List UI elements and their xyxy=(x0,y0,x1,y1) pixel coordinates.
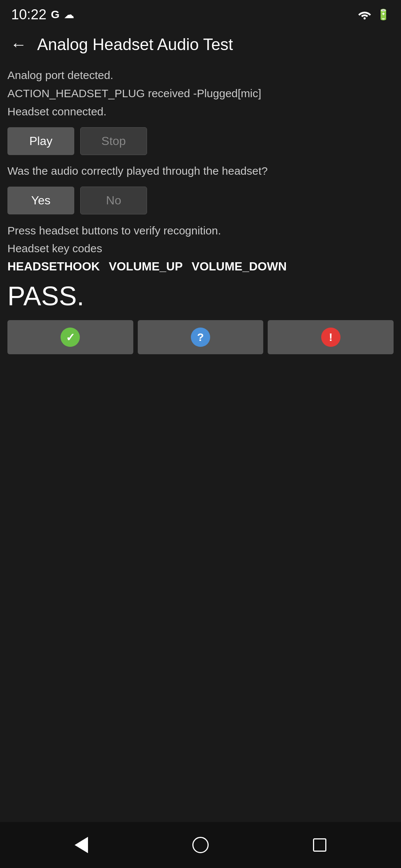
headset-info-line1: Press headset buttons to verify recognit… xyxy=(7,222,394,240)
wifi-icon xyxy=(358,9,372,20)
nav-back-icon xyxy=(75,837,88,853)
key-code-headsethook: HEADSETHOOK xyxy=(7,260,100,273)
no-button[interactable]: No xyxy=(80,187,147,214)
log-line-2: ACTION_HEADSET_PLUG received -Plugged[mi… xyxy=(7,85,394,102)
yes-button[interactable]: Yes xyxy=(7,187,74,214)
nav-home-button[interactable] xyxy=(189,833,212,857)
back-button[interactable]: ← xyxy=(7,33,30,56)
fail-icon: ! xyxy=(321,328,340,347)
status-left: 10:22 G ☁ xyxy=(11,7,74,23)
status-time: 10:22 xyxy=(11,7,46,23)
pass-result-button[interactable]: ✓ xyxy=(7,320,133,354)
key-codes-row: HEADSETHOOK VOLUME_UP VOLUME_DOWN xyxy=(7,260,394,273)
back-arrow-icon: ← xyxy=(10,36,27,53)
result-buttons: ✓ ? ! xyxy=(7,320,394,354)
nav-recent-button[interactable] xyxy=(309,835,330,855)
log-line-3: Headset connected. xyxy=(7,103,394,120)
pass-text: PASS. xyxy=(7,281,394,311)
play-stop-row: Play Stop xyxy=(7,127,394,155)
battery-icon: 🔋 xyxy=(377,9,390,21)
status-bar: 10:22 G ☁ 🔋 xyxy=(0,0,401,26)
content: Analog port detected. ACTION_HEADSET_PLU… xyxy=(0,63,401,822)
nav-bar xyxy=(0,822,401,868)
pass-icon: ✓ xyxy=(61,328,80,347)
unknown-icon: ? xyxy=(191,328,210,347)
cloud-icon: ☁ xyxy=(64,9,74,21)
nav-recent-icon xyxy=(313,838,326,852)
unknown-result-button[interactable]: ? xyxy=(138,320,264,354)
fail-result-button[interactable]: ! xyxy=(268,320,394,354)
nav-home-icon xyxy=(192,837,209,853)
audio-question: Was the audio correctly played through t… xyxy=(7,162,394,179)
play-button[interactable]: Play xyxy=(7,127,74,155)
page-title: Analog Headset Audio Test xyxy=(37,35,233,54)
stop-button[interactable]: Stop xyxy=(80,127,147,155)
key-code-volume-up: VOLUME_UP xyxy=(109,260,183,273)
google-icon: G xyxy=(51,8,59,21)
yes-no-row: Yes No xyxy=(7,187,394,214)
headset-info-line2: Headset key codes xyxy=(7,240,394,257)
svg-point-0 xyxy=(363,17,366,20)
status-right: 🔋 xyxy=(358,9,390,21)
headset-info: Press headset buttons to verify recognit… xyxy=(7,222,394,257)
nav-back-button[interactable] xyxy=(71,833,92,857)
header: ← Analog Headset Audio Test xyxy=(0,26,401,63)
key-code-volume-down: VOLUME_DOWN xyxy=(192,260,287,273)
log-line-1: Analog port detected. xyxy=(7,67,394,83)
